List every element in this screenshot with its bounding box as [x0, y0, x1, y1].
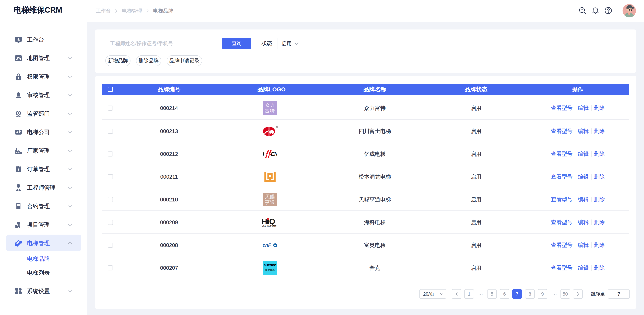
- svg-text:ELEVATORS: ELEVATORS: [262, 225, 277, 227]
- svg-text:EN: EN: [271, 151, 278, 157]
- svg-text:Q: Q: [269, 217, 275, 226]
- svg-text:cnF: cnF: [263, 243, 271, 248]
- svg-text:H: H: [262, 217, 267, 226]
- svg-text:®: ®: [276, 126, 278, 128]
- svg-text:I: I: [263, 151, 264, 157]
